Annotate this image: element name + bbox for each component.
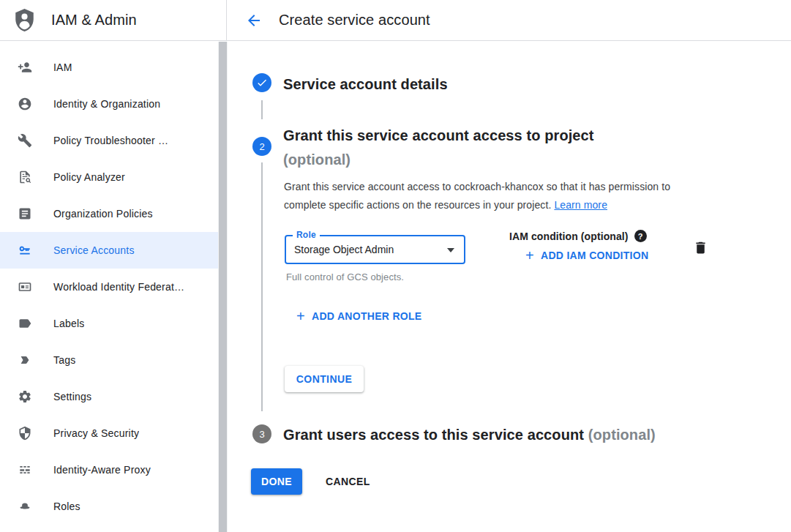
iam-admin-console: IAM & Admin Create service account IAM I… bbox=[0, 0, 791, 532]
sidebar-item-identity-aware-proxy[interactable]: Identity-Aware Proxy bbox=[0, 452, 228, 488]
step3-title-text: Grant users access to this service accou… bbox=[283, 427, 584, 443]
add-iam-condition-label: ADD IAM CONDITION bbox=[541, 250, 648, 261]
chevron-down-icon bbox=[447, 248, 454, 252]
step2-description: Grant this service account access to coc… bbox=[284, 178, 712, 214]
sidebar-item-tags[interactable]: Tags bbox=[0, 342, 228, 378]
plus-icon: + bbox=[525, 250, 534, 261]
role-dropdown[interactable]: Role Storage Object Admin bbox=[285, 235, 465, 264]
document-list-icon bbox=[18, 206, 32, 221]
page-title: Create service account bbox=[279, 12, 430, 29]
step3-indicator: 3 bbox=[252, 424, 271, 443]
cancel-button[interactable]: CANCEL bbox=[326, 468, 370, 495]
sidebar-item-organization-policies[interactable]: Organization Policies bbox=[0, 195, 228, 232]
gear-icon bbox=[18, 389, 32, 404]
header-left: IAM & Admin bbox=[0, 0, 227, 40]
step2-title: Grant this service account access to pro… bbox=[283, 124, 737, 172]
sidebar-item-privacy-security[interactable]: Privacy & Security bbox=[0, 415, 228, 452]
app-title: IAM & Admin bbox=[51, 12, 137, 29]
check-icon bbox=[256, 77, 268, 89]
sidebar-item-policy-analyzer[interactable]: Policy Analyzer bbox=[0, 159, 228, 195]
step2-indicator: 2 bbox=[252, 137, 271, 156]
sidebar-item-roles[interactable]: Roles bbox=[0, 488, 228, 525]
sidebar-item-service-accounts[interactable]: Service Accounts bbox=[0, 232, 228, 269]
add-iam-condition-button[interactable]: + ADD IAM CONDITION bbox=[525, 250, 648, 261]
done-button[interactable]: DONE bbox=[251, 468, 302, 495]
sidebar-item-label: Privacy & Security bbox=[53, 427, 139, 439]
step3-title: Grant users access to this service accou… bbox=[283, 423, 781, 447]
hat-icon bbox=[18, 499, 32, 514]
id-card-icon bbox=[18, 280, 32, 294]
add-another-role-button[interactable]: + ADD ANOTHER ROLE bbox=[296, 310, 422, 322]
sidebar-item-label: Identity-Aware Proxy bbox=[53, 464, 151, 476]
sidebar-nav: IAM Identity & Organization Policy Troub… bbox=[0, 42, 228, 525]
continue-button[interactable]: CONTINUE bbox=[285, 366, 364, 392]
policy-analyzer-icon bbox=[18, 170, 32, 184]
sidebar-item-policy-troubleshooter[interactable]: Policy Troubleshooter … bbox=[0, 122, 228, 159]
sidebar-item-label: Labels bbox=[53, 318, 84, 329]
proxy-icon bbox=[18, 462, 32, 477]
role-helper-text: Full control of GCS objects. bbox=[286, 271, 404, 282]
step1-title: Service account details bbox=[283, 72, 448, 97]
step2-number: 2 bbox=[259, 141, 264, 152]
service-account-key-icon bbox=[18, 243, 32, 258]
arrow-back-icon[interactable] bbox=[245, 12, 263, 29]
header-right: Create service account bbox=[227, 0, 791, 40]
step-connector bbox=[261, 100, 263, 119]
sidebar-item-label: Settings bbox=[53, 391, 91, 402]
wrench-icon bbox=[18, 133, 32, 148]
step1-completed-indicator bbox=[252, 73, 271, 92]
main-content: Service account details 2 Grant this ser… bbox=[228, 42, 791, 532]
step3-number: 3 bbox=[259, 429, 264, 440]
sidebar-item-workload-identity-federation[interactable]: Workload Identity Federat… bbox=[0, 269, 228, 305]
iam-condition-label: IAM condition (optional) ? bbox=[509, 230, 647, 242]
help-icon[interactable]: ? bbox=[634, 230, 647, 242]
sidebar-item-label: Service Accounts bbox=[53, 244, 135, 256]
sidebar-item-identity-organization[interactable]: Identity & Organization bbox=[0, 86, 228, 122]
sidebar-item-labels[interactable]: Labels bbox=[0, 305, 228, 342]
step-connector bbox=[261, 162, 263, 411]
sidebar-item-label: Roles bbox=[53, 501, 80, 512]
step2-title-text: Grant this service account access to pro… bbox=[283, 124, 737, 148]
iam-condition-label-text: IAM condition (optional) bbox=[509, 231, 629, 242]
shield-half-icon bbox=[18, 426, 32, 441]
step2-description-text: Grant this service account access to coc… bbox=[284, 181, 670, 211]
sidebar-item-label: Tags bbox=[53, 354, 75, 366]
role-field-label: Role bbox=[293, 230, 320, 240]
sidebar-scrollbar-track[interactable] bbox=[218, 42, 228, 532]
sidebar-item-label: IAM bbox=[53, 61, 72, 73]
trash-icon bbox=[693, 240, 708, 255]
sidebar-item-iam[interactable]: IAM bbox=[0, 49, 228, 86]
shield-person-icon bbox=[12, 7, 37, 33]
sidebar-item-label: Organization Policies bbox=[53, 208, 153, 220]
sidebar-scrollbar-thumb[interactable] bbox=[219, 42, 227, 532]
tag-icon bbox=[18, 353, 32, 367]
delete-role-button[interactable] bbox=[693, 240, 708, 258]
sidebar-item-label: Policy Troubleshooter … bbox=[53, 135, 168, 146]
top-header: IAM & Admin Create service account bbox=[0, 0, 791, 41]
account-circle-icon bbox=[18, 97, 32, 111]
learn-more-link[interactable]: Learn more bbox=[554, 199, 607, 211]
label-icon bbox=[18, 316, 32, 331]
person-add-icon bbox=[18, 60, 32, 75]
sidebar: IAM Identity & Organization Policy Troub… bbox=[0, 42, 228, 532]
sidebar-item-settings[interactable]: Settings bbox=[0, 378, 228, 415]
sidebar-item-label: Workload Identity Federat… bbox=[53, 281, 184, 293]
plus-icon: + bbox=[296, 310, 305, 322]
role-selected-value: Storage Object Admin bbox=[286, 236, 464, 263]
step3-optional-label: (optional) bbox=[588, 427, 656, 443]
sidebar-item-label: Identity & Organization bbox=[53, 98, 160, 110]
step2-optional-label: (optional) bbox=[283, 148, 737, 172]
sidebar-item-label: Policy Analyzer bbox=[53, 171, 125, 183]
add-another-role-label: ADD ANOTHER ROLE bbox=[312, 310, 422, 322]
